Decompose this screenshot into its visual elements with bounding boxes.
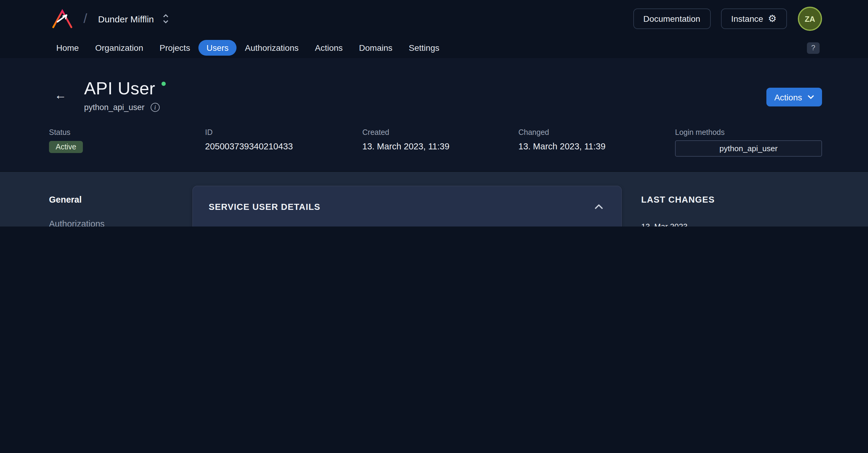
unfold-more-icon [163,13,169,24]
page-title: API User [84,78,155,98]
info-icon[interactable]: i [151,103,160,112]
last-changes-title: LAST CHANGES [641,195,822,204]
instance-label: Instance [731,14,763,24]
login-methods-label: Login methods [675,128,822,137]
org-switcher[interactable]: Dunder Mifflin [98,13,169,24]
meta-login-methods: Login methods python_api_user [675,128,822,157]
documentation-button[interactable]: Documentation [633,8,710,29]
title-block: API User python_api_user i [84,78,165,112]
tab-users[interactable]: Users [199,40,237,56]
help-button[interactable]: ? [807,42,819,54]
chevron-up-icon [595,204,603,209]
actions-button-label: Actions [774,92,802,102]
tab-projects[interactable]: Projects [160,43,190,53]
breadcrumb-slash: / [84,11,87,27]
login-method-item: python_api_user [675,140,822,157]
documentation-label: Documentation [643,14,700,24]
created-value: 13. March 2023, 11:39 [362,141,518,151]
chevron-down-icon [807,95,814,99]
instance-button[interactable]: Instance ⚙ [721,8,787,29]
changed-value: 13. March 2023, 11:39 [518,141,675,151]
status-label: Status [49,128,205,137]
change-date: 13. Mar 2023 [641,222,822,226]
last-changes-panel: LAST CHANGES 13. Mar 2023 ZA Technical u… [641,172,822,226]
sidebar-item-general[interactable]: General [49,195,192,204]
topbar: / Dunder Mifflin Documentation Instance … [0,0,868,58]
tab-actions[interactable]: Actions [315,43,343,53]
id-label: ID [205,128,362,137]
collapse-button[interactable] [592,200,606,214]
sidebar-item-authorizations[interactable]: Authorizations [49,219,192,226]
actions-button[interactable]: Actions [766,88,822,106]
main-content: General Authorizations Memberships Perso… [0,172,868,226]
meta-created: Created 13. March 2023, 11:39 [362,128,518,157]
page-header: ← API User python_api_user i Actions Sta… [0,58,868,172]
created-label: Created [362,128,518,137]
card-title: SERVICE USER DETAILS [209,202,320,212]
card-header: SERVICE USER DETAILS [209,200,606,214]
user-id-subtitle: python_api_user [84,103,145,112]
id-value: 205003739340210433 [205,141,362,151]
active-dot-icon [161,82,165,86]
back-arrow-icon[interactable]: ← [55,89,66,101]
app-root: / Dunder Mifflin Documentation Instance … [0,0,868,226]
user-avatar[interactable]: ZA [798,7,822,31]
meta-status: Status Active [49,128,205,157]
meta-id: ID 205003739340210433 [205,128,362,157]
status-badge: Active [49,141,83,153]
changed-label: Changed [518,128,675,137]
gear-icon: ⚙ [768,14,777,24]
avatar-initials: ZA [805,14,815,23]
subtitle-row: python_api_user i [84,103,165,112]
main-nav: Home Organization Projects Users Authori… [0,37,868,58]
tab-settings[interactable]: Settings [409,43,439,53]
zitadel-logo-icon[interactable] [50,7,75,30]
tab-home[interactable]: Home [56,43,79,53]
meta-changed: Changed 13. March 2023, 11:39 [518,128,675,157]
org-name: Dunder Mifflin [98,13,154,24]
service-user-details-card: SERVICE USER DETAILS User Name Name [192,186,622,226]
topbar-row: / Dunder Mifflin Documentation Instance … [0,0,868,37]
section-sidebar: General Authorizations Memberships Perso… [49,172,192,226]
tab-domains[interactable]: Domains [359,43,393,53]
tab-authorizations[interactable]: Authorizations [245,43,299,53]
title-row: ← API User python_api_user i Actions [49,78,822,112]
meta-row: Status Active ID 205003739340210433 Crea… [49,128,822,157]
tab-organization[interactable]: Organization [95,43,143,53]
